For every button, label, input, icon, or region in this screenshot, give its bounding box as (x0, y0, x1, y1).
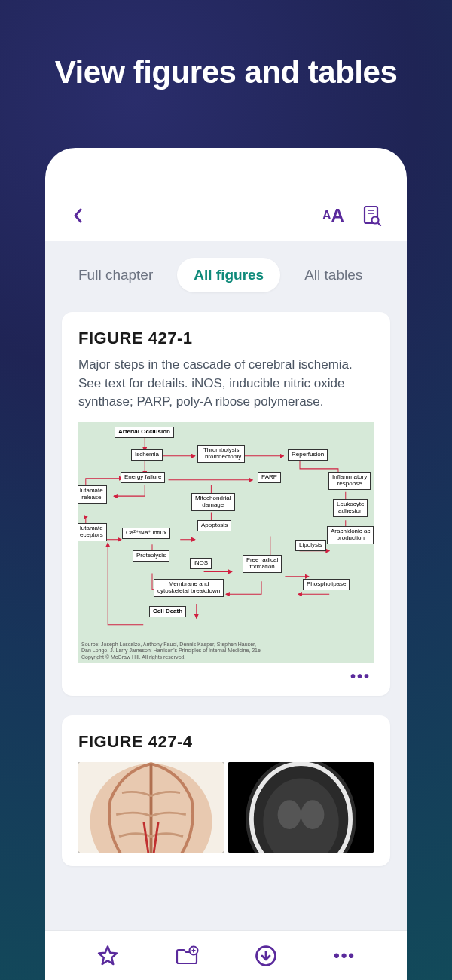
hero-title: View figures and tables (0, 0, 452, 90)
diagram-node: Arachidonic ac production (327, 526, 374, 544)
figure-more-button[interactable]: ••• (78, 663, 374, 688)
figure-diagram[interactable]: Arterial Occlusion Ischemia Thrombolysis… (78, 422, 374, 663)
diagram-node: lutamate release (78, 485, 107, 504)
bottom-bar: ••• (45, 930, 407, 980)
diagram-node: Ca²⁺/Na⁺ influx (122, 528, 170, 539)
figure-image-ct-scan[interactable] (228, 762, 374, 853)
diagram-node: lutamate eceptors (78, 523, 107, 541)
favorite-button[interactable] (91, 939, 124, 972)
figure-caption: Major steps in the cascade of cerebral i… (78, 356, 374, 412)
tab-full-chapter[interactable]: Full chapter (62, 258, 170, 292)
figure-card: FIGURE 427-1 Major steps in the cascade … (62, 312, 390, 696)
figure-source: Source: Joseph Loscalzo, Anthony Fauci, … (81, 642, 371, 660)
diagram-node: Reperfusion (288, 449, 328, 461)
diagram-node: Proteolysis (133, 550, 170, 562)
text-size-icon: A (322, 209, 331, 222)
diagram-node: iNOS (190, 558, 212, 569)
diagram-node: Free radical formation (243, 555, 282, 573)
chevron-left-icon (72, 207, 84, 225)
figure-title: FIGURE 427-1 (78, 329, 374, 348)
diagram-node: Lipolysis (295, 540, 326, 551)
download-icon (255, 945, 277, 967)
diagram-node: Cell Death (149, 606, 186, 617)
download-button[interactable] (249, 939, 282, 972)
diagram-node: Inflammatory response (328, 472, 371, 490)
diagram-node: Energy failure (121, 472, 165, 483)
more-button[interactable]: ••• (328, 939, 362, 972)
folder-add-icon (175, 945, 199, 966)
top-bar: AA (45, 148, 407, 241)
tab-all-tables[interactable]: All tables (288, 258, 379, 292)
content-area: Full chapter All figures All tables FIGU… (45, 241, 407, 980)
diagram-node: PARP (258, 472, 281, 483)
diagram-node: Membrane and cytoskeletal breakdown (154, 579, 224, 597)
text-size-button[interactable]: AA (316, 204, 350, 228)
figure-title: FIGURE 427-4 (78, 732, 374, 752)
diagram-node: Ischemia (131, 449, 163, 461)
star-icon (96, 945, 119, 967)
search-page-button[interactable] (359, 204, 386, 228)
diagram-node: Leukocyte adhesion (333, 499, 368, 517)
add-to-folder-button[interactable] (170, 939, 203, 972)
phone-frame: AA Full chapter All figures All tables (45, 148, 407, 980)
diagram-node: Arterial Occlusion (115, 427, 174, 438)
figure-card: FIGURE 427-4 (62, 715, 390, 866)
svg-point-11 (278, 800, 301, 829)
svg-line-4 (378, 223, 381, 226)
tab-all-figures[interactable]: All figures (177, 258, 280, 292)
diagram-node: Thrombolysis Thrombectomy (197, 445, 245, 463)
tabs: Full chapter All figures All tables (45, 241, 407, 292)
diagram-node: Phospholipase (303, 579, 350, 590)
page-search-icon (362, 205, 382, 226)
svg-point-12 (301, 800, 325, 829)
diagram-node: Apoptosis (197, 520, 231, 531)
diagram-node: Mitochondrial damage (191, 493, 235, 511)
back-button[interactable] (66, 204, 90, 228)
figure-image-brain[interactable] (78, 762, 224, 853)
